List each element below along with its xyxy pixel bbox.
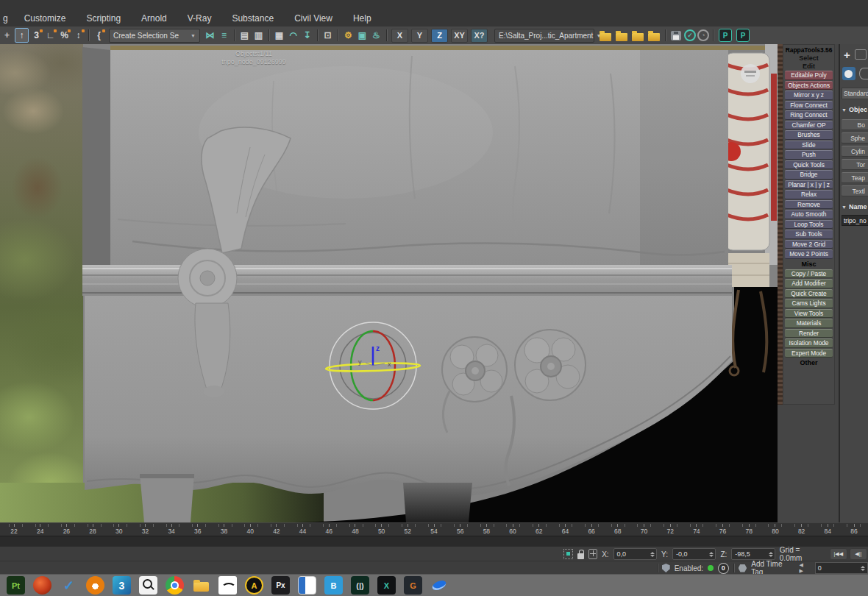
rappatools-button[interactable]: Flow Connect [785,101,833,110]
toolbar-separator[interactable] [88,29,89,41]
taskbar-chrome[interactable] [166,576,184,595]
snap-toggle-3d-icon[interactable]: 3 [30,29,43,42]
axis-constraint-button[interactable]: Z [431,29,448,43]
axis-tripod-partial-icon[interactable]: + [1,29,13,42]
rappatools-button[interactable]: Move 2 Points [785,249,833,259]
toolbar-separator[interactable] [234,29,235,41]
menu-item[interactable]: Help [343,13,382,24]
menu-item[interactable]: Customize [14,13,77,24]
menu-item[interactable]: Arnold [131,13,177,24]
taskbar-photos-app[interactable] [298,576,316,595]
spinner-snap-icon[interactable]: ↕ [72,29,85,42]
taskbar-file-explorer[interactable] [192,576,210,595]
menu-item[interactable]: g [1,13,14,24]
substance-hex-alt-icon[interactable]: P [736,29,750,42]
x-coordinate-field[interactable]: 0,0 [613,548,657,560]
toolbar-separator[interactable] [665,29,666,41]
selection-region-icon[interactable] [563,549,573,559]
rappatools-button[interactable]: Brushes [785,130,833,140]
align-icon[interactable]: ≡ [218,29,230,42]
toolbar-separator[interactable] [268,29,269,41]
frame-nudge-arrows[interactable]: ◀ ▶ [800,562,811,574]
project-folder-sync-icon[interactable] [632,33,644,41]
taskbar-red-spiral-app[interactable] [33,576,51,595]
shapes-category-icon[interactable] [859,68,868,79]
timeline-tick[interactable]: 54 [427,524,441,536]
rappatools-button[interactable]: Expert Mode [785,349,833,358]
primitive-button[interactable]: Bo [842,119,868,130]
track-bar[interactable] [0,536,868,547]
mirror-icon[interactable]: ⋈ [204,29,216,42]
rappatools-button[interactable]: Push [785,150,833,160]
rappatools-button[interactable]: View Tools [785,309,833,319]
timeline-tick[interactable]: 50 [375,524,388,536]
primitive-button[interactable]: Tor [842,159,868,170]
timeline-tick[interactable]: 40 [243,524,257,536]
taskbar-b-app[interactable]: B [324,576,343,595]
timeline-tick[interactable]: 74 [690,524,703,536]
rappatools-button[interactable]: Materials [785,319,833,328]
timeline-tick[interactable]: 22 [7,524,21,536]
project-path-dropdown[interactable]: E:\Salta_Proj...tic_Apartment ▼ [494,29,594,43]
flower-ornament-right[interactable] [515,330,586,400]
z-coordinate-field[interactable]: -98,5 [731,548,775,560]
toolbar-separator[interactable] [317,29,318,41]
rappatools-button[interactable]: Planar | x | y | z [785,180,833,190]
rappatools-button[interactable]: Relax [785,190,833,199]
spinner-icon[interactable] [650,552,655,557]
timeline-tick[interactable]: 58 [480,524,493,536]
menu-item[interactable]: V-Ray [177,13,222,24]
timeline-tick[interactable]: 80 [769,524,782,536]
security-shield-icon[interactable] [662,564,670,572]
standard-primitives-dropdown[interactable]: Standard [842,88,868,99]
rappatools-button[interactable]: Render [785,329,833,338]
taskbar-px-app[interactable]: Px [271,576,290,595]
spinner-icon[interactable] [709,552,714,557]
timeline-tick[interactable]: 60 [506,524,519,536]
animation-layers-badge[interactable]: 0 [718,563,729,574]
timeline-tick[interactable]: 84 [821,524,834,536]
primitive-button[interactable]: Cylin [842,146,868,157]
taskbar-check-app[interactable]: ✓ [60,576,78,595]
rappatools-button[interactable]: Mirror x y z [785,91,833,100]
rappatools-button[interactable]: Objects Actions [785,81,833,91]
rappatools-button[interactable]: Add Modifier [785,279,833,288]
timeline-tick[interactable]: 48 [349,524,362,536]
taskbar-blender[interactable] [86,576,104,595]
layer-explorer-icon[interactable]: ▥ [252,29,265,42]
ok-check-icon[interactable]: ✓ [684,29,696,41]
axis-constraint-button[interactable]: X? [471,29,488,43]
rappatools-button[interactable]: Bridge [785,170,833,180]
selection-set-dropdown[interactable]: Create Selection Se ▼ [109,29,200,43]
background-chair[interactable] [722,44,778,287]
timeline-tick[interactable]: 76 [716,524,730,536]
substance-hex-icon[interactable]: P [719,29,732,42]
toolbar-separator[interactable] [338,29,338,41]
timeline-tick[interactable]: 26 [60,524,73,536]
previous-frame-button[interactable]: ◀|| [850,548,867,560]
viewport[interactable]: Objects:1/11 tripo_node_09126999 z x y [0,44,778,522]
rappatools-button[interactable]: Remove [785,200,833,210]
rappatools-button[interactable]: Cams Lights [785,299,833,308]
model-3d-furniture[interactable] [0,44,778,522]
timeline-tick[interactable]: 24 [34,524,47,536]
primitive-button[interactable]: Sphe [842,132,868,143]
rappatools-button[interactable]: Isolation Mode [785,338,833,348]
menu-item[interactable]: Scripting [76,13,131,24]
curve-editor-icon[interactable]: ▦ [273,29,285,42]
scene-explorer-icon[interactable]: ▤ [238,29,251,42]
rappatools-button[interactable]: Quick Tools [785,160,833,170]
render-production-icon[interactable]: ♨ [370,29,383,42]
timeline-tick[interactable]: 42 [270,524,283,536]
timeline-tick[interactable]: 56 [454,524,467,536]
timeline-tick[interactable]: 78 [742,524,755,536]
rappatools-grabber[interactable] [778,44,783,405]
project-folder-gear-icon[interactable] [600,33,611,41]
taskbar-green-brackets-app[interactable]: (|) [351,576,369,595]
name-color-rollout[interactable]: ▼ Name [842,203,868,210]
rotate-gizmo[interactable]: z x y [324,317,421,414]
taskbar-a-audio-app[interactable]: A [245,576,263,595]
project-folder-new-icon[interactable] [616,33,627,41]
rappatools-button[interactable]: Auto Smooth [785,210,833,219]
timeline-tick[interactable]: 44 [296,524,310,536]
